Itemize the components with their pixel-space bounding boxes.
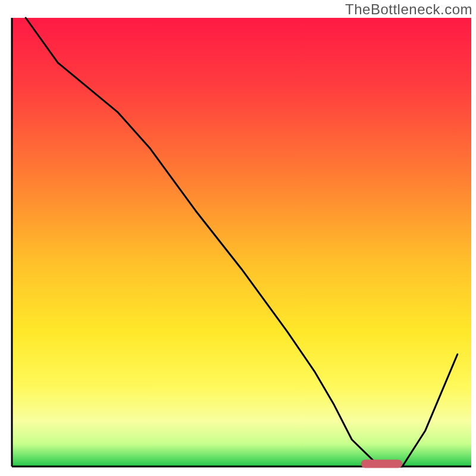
plot-background (12, 18, 471, 466)
watermark-label: TheBottleneck.com (345, 1, 472, 18)
optimal-marker (361, 459, 402, 468)
bottleneck-chart: TheBottleneck.com (0, 0, 476, 476)
chart-svg (0, 0, 476, 476)
